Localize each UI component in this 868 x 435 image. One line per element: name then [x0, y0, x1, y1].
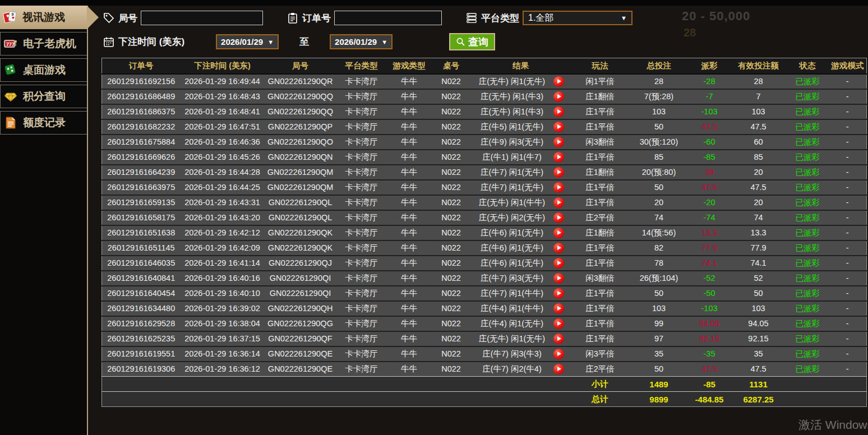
cell-status: 已派彩: [787, 165, 829, 180]
cell-round-id: GN022261290QQ: [265, 89, 336, 104]
play-video-button[interactable]: [553, 91, 564, 102]
result-text: 庄(牛4) 闲1(无牛): [471, 318, 553, 329]
cell-payout: -50: [689, 286, 731, 301]
cell-round-id: GN022261290QK: [265, 225, 336, 240]
platform-type-value: 1.全部: [528, 12, 553, 24]
sidebar-item-video-games[interactable]: 9 视讯游戏: [0, 6, 87, 29]
play-video-button[interactable]: [553, 107, 564, 117]
cell-game-mode: -: [829, 150, 867, 165]
result-text: 庄(无牛) 闲1(无牛): [471, 334, 553, 344]
cell-bet-time: 2026-01-29 16:43:20: [181, 210, 265, 225]
cell-table-no: N022: [432, 256, 471, 271]
round-id-input[interactable]: [141, 11, 263, 25]
play-video-button[interactable]: [553, 122, 564, 132]
table-row: 260129161669626 2026-01-29 16:45:26 GN02…: [102, 150, 867, 165]
clipboard-icon: [287, 12, 299, 24]
cell-total-bet: 30(预:120): [630, 135, 689, 150]
play-video-button[interactable]: [553, 303, 564, 314]
result-text: 庄(无牛) 闲1(牛牛): [471, 197, 553, 208]
chevron-down-icon: ▼: [381, 39, 387, 45]
cell-play-type: 庄1翻倍: [571, 225, 630, 240]
cell-table-no: N022: [432, 210, 471, 225]
sidebar-item-points-query[interactable]: 积分查询: [0, 85, 87, 108]
cell-total-bet: 50: [630, 362, 689, 377]
cell-round-id: GN022261290QN: [265, 150, 336, 165]
table-row: 260129161692156 2026-01-29 16:49:44 GN02…: [102, 74, 867, 89]
cell-order-id: 260129161629528: [102, 316, 181, 331]
cell-payout: -35: [689, 346, 731, 362]
play-video-button[interactable]: [553, 167, 564, 178]
cell-payout: -52: [689, 271, 731, 286]
play-video-button[interactable]: [553, 288, 564, 299]
cell-total-bet: 78: [630, 256, 689, 271]
play-video-button[interactable]: [553, 243, 564, 253]
play-icon: [557, 367, 561, 371]
cell-total-bet: 14(预:56): [630, 225, 689, 240]
cell-game-type: 牛牛: [387, 74, 432, 89]
play-video-button[interactable]: [553, 318, 564, 329]
result-text: 庄(无牛) 闲1(牛3): [471, 107, 553, 117]
play-video-button[interactable]: [553, 334, 564, 344]
date-to-select[interactable]: 2026/01/29 ▼: [330, 34, 393, 49]
sidebar-item-quota-records[interactable]: 额度记录: [0, 111, 87, 135]
col-bet-time: 下注时间 (美东): [181, 58, 265, 74]
col-play: 玩法: [571, 58, 630, 74]
order-id-input[interactable]: [334, 11, 442, 25]
sidebar-item-label: 电子老虎机: [23, 36, 76, 51]
cell-result: 庄(牛7) 闲1(无牛): [471, 165, 571, 180]
play-video-button[interactable]: [553, 364, 564, 374]
cell-result: 庄(牛1) 闲1(牛7): [471, 150, 571, 165]
platform-type-select[interactable]: 1.全部 ▼: [523, 11, 632, 25]
sidebar-item-table-games[interactable]: 桌面游戏: [0, 58, 87, 82]
cell-game-mode: -: [829, 119, 867, 135]
cell-status: 已派彩: [787, 195, 829, 210]
play-video-button[interactable]: [553, 76, 564, 87]
search-button[interactable]: 查询: [449, 33, 495, 50]
cell-platform: 卡卡湾厅: [336, 301, 387, 316]
table-row: 260129161619551 2026-01-29 16:36:14 GN02…: [102, 346, 867, 362]
cell-table-no: N022: [432, 331, 471, 346]
cell-platform: 卡卡湾厅: [336, 316, 387, 331]
cell-status: 已派彩: [787, 180, 829, 195]
sidebar-item-label: 桌面游戏: [23, 63, 66, 77]
cell-payout: 47.5: [689, 119, 731, 135]
table-row: 260129161659135 2026-01-29 16:43:31 GN02…: [102, 195, 867, 210]
play-icon: [557, 124, 561, 129]
cell-bet-time: 2026-01-29 16:39:02: [181, 301, 265, 316]
play-video-button[interactable]: [553, 152, 564, 163]
table-row: 260129161629528 2026-01-29 16:38:04 GN02…: [102, 316, 867, 331]
table-header-row: 订单号 下注时间 (美东) 局号 平台类型 游戏类型 桌号 结果 玩法 总投注 …: [102, 58, 867, 74]
cell-play-type: 庄1平倍: [571, 119, 630, 135]
cell-total-bet: 50: [630, 180, 689, 195]
chevron-down-icon: ▼: [267, 39, 274, 45]
cell-round-id: GN022261290QL: [265, 210, 336, 225]
cell-valid-bet: 28: [731, 74, 787, 89]
cell-play-type: 庄1平倍: [571, 286, 630, 301]
subtotal-row: 小计 1489 -85 1131: [102, 377, 867, 392]
cell-play-type: 庄1平倍: [571, 195, 630, 210]
play-video-button[interactable]: [553, 258, 564, 269]
play-video-button[interactable]: [553, 273, 564, 284]
play-icon: [557, 351, 561, 356]
col-total-bet: 总投注: [630, 58, 689, 74]
sidebar-item-slots[interactable]: 777 电子老虎机: [0, 32, 87, 55]
play-video-button[interactable]: [553, 137, 564, 147]
grand-total-spacer: [102, 392, 571, 407]
play-video-button[interactable]: [553, 182, 564, 193]
cell-platform: 卡卡湾厅: [336, 271, 387, 286]
play-video-button[interactable]: [553, 197, 564, 208]
cell-round-id: GN022261290QE: [265, 346, 336, 362]
date-from-select[interactable]: 2026/01/29 ▼: [216, 34, 279, 49]
play-video-button[interactable]: [553, 212, 564, 223]
cell-order-id: 260129161619306: [102, 362, 181, 377]
chevron-down-icon: ▼: [621, 15, 627, 21]
cell-order-id: 260129161651638: [102, 225, 181, 240]
table-row: 260129161658175 2026-01-29 16:43:20 GN02…: [102, 210, 867, 225]
sidebar: 9 视讯游戏 777 电子老虎机: [0, 6, 88, 435]
cell-total-bet: 35: [630, 346, 689, 362]
cell-game-type: 牛牛: [387, 271, 432, 286]
play-icon: [557, 109, 561, 114]
play-video-button[interactable]: [553, 228, 564, 238]
dice-icon: [3, 63, 18, 77]
play-video-button[interactable]: [553, 349, 564, 359]
